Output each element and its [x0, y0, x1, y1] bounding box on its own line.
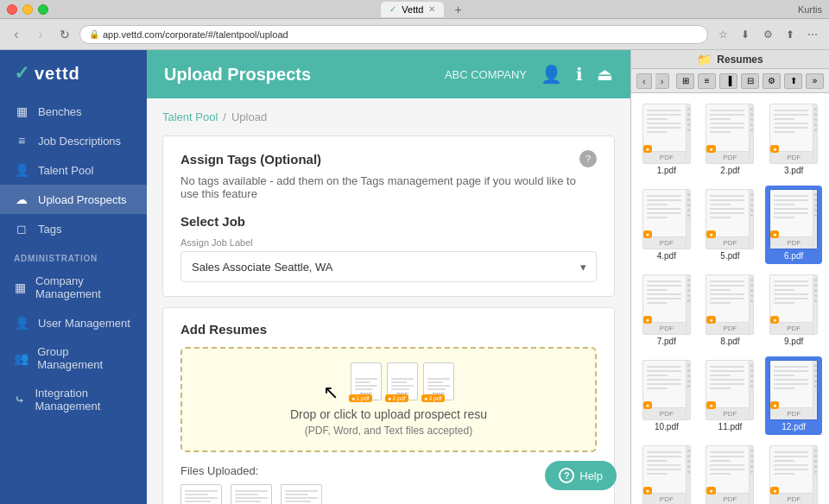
finder-item[interactable]: PDF●1.pdf — [638, 100, 695, 179]
traffic-light-yellow[interactable] — [22, 4, 33, 15]
new-tab-btn[interactable]: + — [451, 3, 465, 16]
sidebar-item-integration-management[interactable]: ⤷ Integration Management — [0, 379, 147, 420]
talent-pool-label: Talent Pool — [38, 164, 93, 177]
finder-list-view-btn[interactable]: ≡ — [698, 73, 716, 89]
breadcrumb-talent-pool[interactable]: Talent Pool — [162, 110, 218, 123]
sidebar-item-user-management[interactable]: 👤 User Management — [0, 308, 147, 337]
sidebar-item-company-management[interactable]: ▦ Company Management — [0, 267, 147, 308]
drop-file-3-name: 3.pdf — [428, 395, 442, 401]
finder-items-grid: PDF●1.pdfPDF●2.pdfPDF●3.pdfPDF●4.pdfPDF●… — [638, 100, 822, 504]
address-bar[interactable]: 🔒 app.vettd.com/corporate/#/talentpool/u… — [79, 25, 708, 44]
info-icon[interactable]: ℹ — [576, 64, 583, 85]
content-area: Talent Pool / Upload Assign Tags (Option… — [147, 98, 630, 504]
finder-back-btn[interactable]: ‹ — [636, 73, 652, 89]
finder-item-name: 10.pdf — [655, 422, 679, 432]
tags-section-title: Assign Tags (Optional) — [180, 152, 321, 167]
finder-content: PDF●1.pdfPDF●2.pdfPDF●3.pdfPDF●4.pdfPDF●… — [631, 93, 829, 504]
person-icon[interactable]: 👤 — [541, 64, 562, 85]
back-button[interactable]: ‹ — [7, 25, 26, 44]
finder-item[interactable]: PDF●6.pdf — [765, 186, 822, 264]
finder-forward-btn[interactable]: › — [655, 73, 670, 89]
integration-management-label: Integration Management — [35, 387, 134, 413]
finder-item[interactable]: PDF●11.pdf — [702, 356, 759, 435]
sidebar: ✓ vettd ▦ Benches ≡ Job Descriptions 👤 T… — [0, 50, 147, 504]
help-label: Help — [579, 469, 603, 482]
job-select[interactable]: Sales Associate Seattle, WA — [180, 251, 597, 282]
traffic-light-green[interactable] — [38, 4, 48, 15]
job-descriptions-label: Job Descriptions — [38, 135, 121, 148]
user-management-icon: 👤 — [14, 316, 29, 330]
benches-icon: ▦ — [14, 104, 29, 118]
app-container: ✓ vettd ▦ Benches ≡ Job Descriptions 👤 T… — [0, 50, 829, 504]
finder-item[interactable]: PDF●5.pdf — [702, 186, 759, 264]
finder-item[interactable]: PDF●3.pdf — [765, 100, 822, 179]
select-job-title: Select Job — [180, 214, 597, 229]
finder-item[interactable]: PDF●15.pdf — [765, 442, 822, 504]
help-button[interactable]: ? Help — [545, 461, 617, 490]
add-resumes-title: Add Resumes — [180, 322, 597, 337]
drop-subtext: (PDF, Word, and Text files accepted) — [305, 425, 472, 437]
benches-label: Benches — [38, 105, 82, 118]
address-text: app.vettd.com/corporate/#/talentpool/upl… — [103, 29, 288, 40]
finder-more-btn[interactable]: » — [806, 73, 824, 89]
sidebar-item-benches[interactable]: ▦ Benches — [0, 97, 147, 126]
finder-column-view-btn[interactable]: ▐ — [719, 73, 737, 89]
finder-item[interactable]: PDF●8.pdf — [702, 271, 759, 350]
drop-file-2-name: 2.pdf — [392, 395, 406, 401]
logo-text: vettd — [35, 64, 80, 84]
bookmark-btn[interactable]: ☆ — [713, 25, 732, 44]
drop-zone[interactable]: ↖ — [180, 347, 597, 452]
extensions-btn[interactable]: ⚙ — [758, 25, 777, 44]
logo-checkmark-icon: ✓ — [14, 62, 29, 85]
finder-icon-view-btn[interactable]: ⊞ — [676, 73, 694, 89]
tab-favicon: ✓ — [389, 4, 396, 14]
finder-item[interactable]: PDF●9.pdf — [765, 271, 822, 350]
tab-close[interactable]: ✕ — [428, 4, 435, 14]
uploaded-file-4: PDF ● 4.pdf — [180, 484, 222, 504]
drop-text: Drop or click to upload prospect resu — [290, 407, 487, 421]
browser-tab[interactable]: ✓ Vettd ✕ — [381, 2, 444, 17]
downloads-btn[interactable]: ⬇ — [736, 25, 755, 44]
no-tags-message: No tags available - add them on the Tags… — [180, 174, 597, 200]
finder-item[interactable]: PDF●12.pdf — [765, 356, 822, 435]
integration-management-icon: ⤷ — [14, 393, 27, 406]
reload-button[interactable]: ↻ — [55, 25, 74, 44]
finder-item[interactable]: PDF●2.pdf — [702, 100, 759, 179]
share-btn[interactable]: ⬆ — [781, 25, 800, 44]
finder-action-btn[interactable]: ⚙ — [763, 73, 781, 89]
sidebar-item-job-descriptions[interactable]: ≡ Job Descriptions — [0, 126, 147, 155]
admin-section-label: ADMINISTRATION — [0, 243, 147, 267]
sidebar-item-talent-pool[interactable]: 👤 Talent Pool — [0, 155, 147, 185]
breadcrumb-separator: / — [223, 110, 226, 123]
finder-item[interactable]: PDF●13.pdf — [638, 442, 695, 504]
finder-titlebar: 📁 Resumes — [631, 50, 829, 69]
finder-title: Resumes — [717, 54, 763, 66]
traffic-light-red[interactable] — [7, 4, 17, 15]
tags-card: Assign Tags (Optional) ? No tags availab… — [162, 135, 615, 297]
sidebar-item-group-management[interactable]: 👥 Group Management — [0, 337, 147, 379]
finder-item[interactable]: PDF●14.pdf — [702, 442, 759, 504]
uploaded-file-5: PDF ● 5.pdf — [231, 484, 272, 504]
finder-item[interactable]: PDF●7.pdf — [638, 271, 695, 350]
finder-item[interactable]: PDF●4.pdf — [638, 186, 695, 264]
finder-cover-view-btn[interactable]: ⊟ — [741, 73, 759, 89]
user-name: Kurtis — [798, 4, 822, 15]
group-management-label: Group Management — [37, 345, 133, 371]
finder-panel: 📁 Resumes ‹ › ⊞ ≡ ▐ ⊟ ⚙ ⬆ » PDF●1.pdfPDF… — [630, 50, 829, 504]
finder-item[interactable]: PDF●10.pdf — [638, 356, 695, 435]
finder-item-name: 12.pdf — [782, 422, 806, 432]
finder-item-name: 11.pdf — [718, 422, 743, 432]
tags-help-icon[interactable]: ? — [579, 150, 597, 167]
more-btn[interactable]: ⋯ — [803, 25, 822, 44]
finder-share-btn[interactable]: ⬆ — [784, 73, 802, 89]
logout-icon[interactable]: ⏏ — [597, 64, 613, 85]
uploaded-files-grid: PDF ● 4.pdf — [180, 484, 597, 504]
forward-button[interactable]: › — [31, 25, 50, 44]
sidebar-item-tags[interactable]: ◻ Tags — [0, 214, 147, 243]
finder-item-name: 7.pdf — [657, 337, 676, 346]
logo-area: ✓ vettd — [0, 50, 147, 97]
finder-item-name: 5.pdf — [720, 251, 739, 261]
sidebar-item-upload-prospects[interactable]: ☁ Upload Prospects — [0, 185, 147, 214]
upload-prospects-icon: ☁ — [14, 192, 29, 206]
breadcrumb: Talent Pool / Upload — [162, 110, 615, 123]
